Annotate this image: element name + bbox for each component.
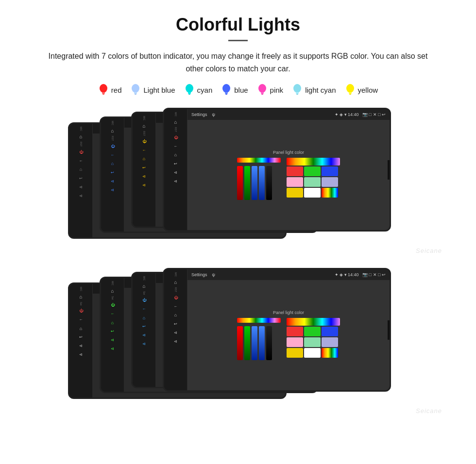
watermark-top: Seicane (416, 247, 442, 254)
svg-rect-10 (225, 92, 228, 94)
color-label-lightcyan: light cyan (305, 86, 336, 94)
status-bar-4: Settings ψ ✦ ◈ ▾ 14:40 📷 □ ✕ □ ↩ (187, 109, 390, 120)
color-item-yellow: yellow (345, 83, 378, 96)
svg-rect-14 (261, 94, 263, 95)
yellow-bulb-icon (345, 83, 356, 96)
svg-point-12 (258, 84, 266, 93)
svg-rect-4 (134, 92, 137, 94)
svg-point-9 (222, 84, 230, 93)
bottom-devices: MIC ⌂ Set ⏻ ← ⌂ ↩ ⊲ ⊲ (19, 268, 457, 418)
title-divider (228, 40, 248, 41)
pink-bulb-icon (257, 83, 268, 96)
color-label-pink: pink (270, 86, 284, 94)
top-devices: MIC ⌂ RST ⏻ ← ⌂ ↩ ⊲ ⊲ (19, 108, 457, 258)
device-b-card-4-main: MIC ⌂ RST ⏻ ← ⌂ ↩ ⊲ ⊲ Settings (163, 268, 391, 392)
color-indicators: red Light blue cyan (19, 83, 457, 96)
svg-rect-19 (349, 92, 352, 94)
svg-rect-20 (349, 94, 351, 95)
b-status-bar-4: Settings ψ ✦ ◈ ▾ 14:40 📷 □ ✕ □ ↩ (187, 269, 390, 280)
description: Integrated with 7 colors of button indic… (39, 50, 437, 75)
b-panel-light-area: Panel light color (187, 280, 390, 390)
svg-point-0 (100, 84, 107, 93)
color-item-lightblue: Light blue (130, 83, 175, 96)
device-b-sidebar-3: MIC ⌂ Set ⏻ ← ⌂ ↩ ⊲ ⊲ (133, 273, 156, 387)
device-sidebar-1: MIC ⌂ RST ⏻ ← ⌂ ↩ ⊲ ⊲ (69, 124, 93, 237)
cyan-bulb-icon (184, 83, 195, 96)
color-item-cyan: cyan (184, 83, 213, 96)
red-bulb-icon (98, 83, 109, 96)
color-item-pink: pink (257, 83, 284, 96)
color-item-red: red (98, 83, 122, 96)
color-label-red: red (111, 86, 122, 94)
svg-rect-17 (296, 94, 298, 95)
blue-bulb-icon (221, 83, 232, 96)
device-b-sidebar-4: MIC ⌂ RST ⏻ ← ⌂ ↩ ⊲ ⊲ (164, 269, 187, 390)
color-label-blue: blue (234, 86, 248, 94)
svg-point-15 (293, 84, 301, 93)
color-label-lightblue: Light blue (143, 86, 175, 94)
svg-rect-8 (188, 94, 190, 95)
svg-rect-1 (102, 92, 105, 94)
color-item-blue: blue (221, 83, 248, 96)
device-sidebar-2: MIC ⌂ RST ⏻ ← ⌂ ↩ ⊲ ⊲ (101, 118, 124, 232)
top-device-section: MIC ⌂ RST ⏻ ← ⌂ ↩ ⊲ ⊲ (19, 108, 457, 258)
svg-rect-11 (225, 94, 227, 95)
device-sidebar-3: MIC ⌂ RST ⏻ ← ⌂ ↩ ⊲ ⊲ (133, 113, 156, 227)
page-container: Colorful Lights Integrated with 7 colors… (0, 0, 476, 438)
color-label-cyan: cyan (197, 86, 213, 94)
bottom-devices-stack: MIC ⌂ Set ⏻ ← ⌂ ↩ ⊲ ⊲ (68, 268, 408, 409)
svg-point-3 (132, 84, 139, 93)
watermark-bottom: Seicane (416, 407, 442, 414)
lightcyan-bulb-icon (292, 83, 303, 96)
svg-rect-16 (296, 92, 299, 94)
device-main-4: Settings ψ ✦ ◈ ▾ 14:40 📷 □ ✕ □ ↩ Panel l… (187, 109, 390, 230)
header: Colorful Lights Integrated with 7 colors… (19, 15, 457, 75)
device-b-main-4: Settings ψ ✦ ◈ ▾ 14:40 📷 □ ✕ □ ↩ Panel l… (187, 269, 390, 390)
panel-light-area: Panel light color (187, 120, 390, 230)
lightblue-bulb-icon (130, 83, 141, 96)
device-card-4-main: MIC ⌂ RST ⏻ ← ⌂ ↩ ⊲ ⊲ Settings (163, 108, 391, 232)
svg-point-6 (186, 84, 193, 93)
device-b-sidebar-1: MIC ⌂ Set ⏻ ← ⌂ ↩ ⊲ ⊲ (69, 284, 93, 398)
panel-light-title: Panel light color (273, 150, 304, 155)
svg-rect-2 (102, 94, 104, 95)
svg-rect-5 (135, 94, 136, 95)
page-title: Colorful Lights (19, 15, 457, 35)
bottom-device-section: MIC ⌂ Set ⏻ ← ⌂ ↩ ⊲ ⊲ (19, 268, 457, 418)
svg-rect-13 (261, 92, 264, 94)
svg-point-18 (346, 84, 354, 93)
color-item-lightcyan: light cyan (292, 83, 336, 96)
device-sidebar-4: MIC ⌂ RST ⏻ ← ⌂ ↩ ⊲ ⊲ (164, 109, 187, 230)
color-label-yellow: yellow (358, 86, 378, 94)
svg-rect-7 (188, 92, 191, 94)
top-devices-stack: MIC ⌂ RST ⏻ ← ⌂ ↩ ⊲ ⊲ (68, 108, 408, 249)
device-b-sidebar-2: MIC ⌂ Set ⏻ ← ⌂ ↩ ⊲ ⊲ (101, 278, 124, 392)
b-panel-light-title: Panel light color (273, 310, 304, 315)
